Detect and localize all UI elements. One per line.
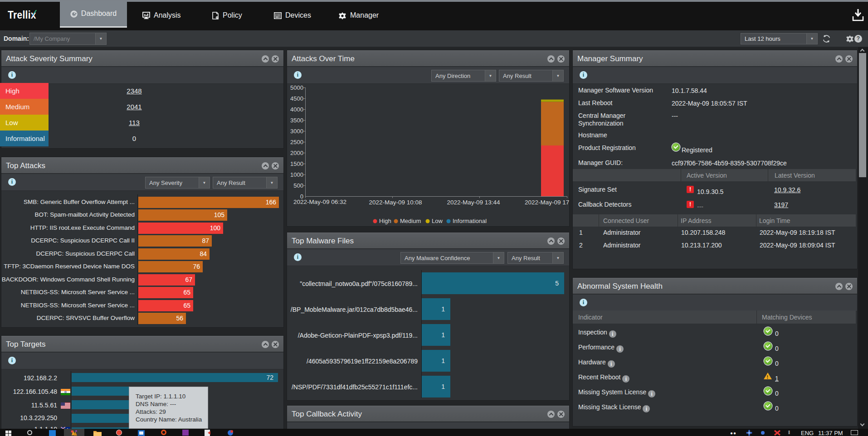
svg-text:1000: 1000	[290, 171, 303, 178]
svg-text:5000: 5000	[290, 84, 303, 91]
svg-text:2022-May-09 13:44: 2022-May-09 13:44	[447, 199, 500, 206]
svg-text:3500: 3500	[290, 117, 303, 124]
svg-text:2022-May-09 17:20: 2022-May-09 17:20	[525, 199, 569, 206]
svg-text:4500: 4500	[290, 95, 303, 102]
svg-text:2022-May-09 06:32: 2022-May-09 06:32	[293, 199, 346, 205]
svg-text:2000: 2000	[290, 150, 303, 156]
svg-text:1500: 1500	[290, 160, 303, 167]
svg-text:Medium: Medium	[400, 218, 421, 224]
svg-text:2500: 2500	[290, 139, 303, 145]
svg-text:Low: Low	[432, 218, 443, 224]
svg-text:2022-May-09 10:08: 2022-May-09 10:08	[369, 199, 422, 206]
svg-text:500: 500	[293, 182, 303, 189]
svg-text:Informational: Informational	[453, 218, 487, 224]
svg-text:4000: 4000	[290, 106, 303, 113]
svg-text:3000: 3000	[290, 128, 303, 135]
svg-text:High: High	[379, 218, 391, 224]
